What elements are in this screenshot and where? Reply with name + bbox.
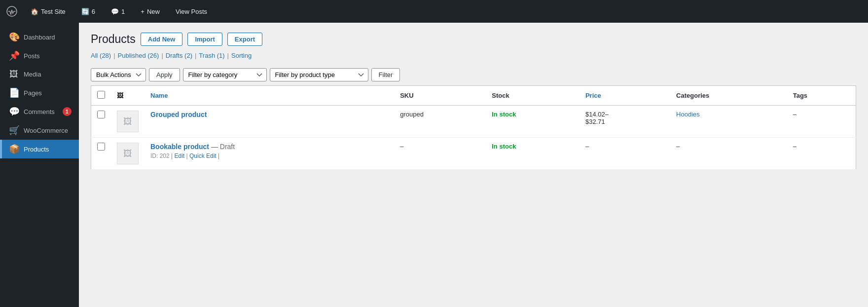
page-title: Products xyxy=(91,33,136,46)
price-column-header[interactable]: Price xyxy=(579,86,670,106)
media-icon: 🖼 xyxy=(9,69,19,79)
product-stock-cell: In stock xyxy=(486,138,579,170)
product-name-cell: Bookable product — Draft ID: 202 | Edit … xyxy=(145,138,394,170)
edit-link[interactable]: Edit xyxy=(175,153,185,159)
filter-tab-sorting[interactable]: Sorting xyxy=(231,52,252,59)
adminbar-comments[interactable]: 💬 1 xyxy=(107,0,129,23)
dashboard-icon: 🎨 xyxy=(9,32,19,42)
woocommerce-icon: 🛒 xyxy=(9,125,19,136)
products-icon: 📦 xyxy=(9,144,19,154)
filter-type-select[interactable]: Filter by product type xyxy=(270,68,368,81)
sidebar-item-comments[interactable]: 💬 Comments 1 xyxy=(0,102,79,121)
sidebar-item-posts[interactable]: 📌 Posts xyxy=(0,46,79,65)
toolbar: Bulk Actions Apply Filter by category Fi… xyxy=(91,64,856,85)
comments-sidebar-icon: 💬 xyxy=(9,106,19,117)
filter-tab-all[interactable]: All (28) xyxy=(91,52,111,59)
home-icon: 🏠 xyxy=(31,8,38,15)
product-stock-cell: In stock xyxy=(486,106,579,138)
stock-status: In stock xyxy=(492,111,516,118)
filter-category-select[interactable]: Filter by category xyxy=(183,68,267,81)
posts-icon: 📌 xyxy=(9,50,19,61)
sidebar-item-pages[interactable]: 📄 Pages xyxy=(0,83,79,102)
page-header: Products Add New Import Export xyxy=(91,33,856,46)
sidebar-item-dashboard[interactable]: 🎨 Dashboard xyxy=(0,28,79,46)
image-column-icon: 🖼 xyxy=(117,92,123,99)
stock-column-header: Stock xyxy=(486,86,579,106)
product-name-link[interactable]: Grouped product xyxy=(150,111,207,118)
filter-tab-trash[interactable]: Trash (1) xyxy=(199,52,224,59)
main-content: Products Add New Import Export All (28) … xyxy=(79,23,868,307)
table-row: 🖼 Bookable product — Draft ID: 202 | Edi… xyxy=(91,138,856,170)
product-categories-cell: Hoodies xyxy=(670,106,787,138)
product-price-cell: – xyxy=(579,138,670,170)
stock-status: In stock xyxy=(492,143,516,150)
product-tags-cell: – xyxy=(787,106,856,138)
add-new-button[interactable]: Add New xyxy=(141,33,183,46)
table-row: 🖼 Grouped product grouped In stock $14.0… xyxy=(91,106,856,138)
apply-button[interactable]: Apply xyxy=(149,68,180,81)
row-actions: ID: 202 | Edit | Quick Edit | xyxy=(150,153,388,159)
adminbar-new[interactable]: + New xyxy=(137,0,164,23)
product-sku-cell: grouped xyxy=(394,106,486,138)
products-table: 🖼 Name SKU Stock Price Catego xyxy=(91,85,856,170)
plus-icon: + xyxy=(141,8,145,15)
select-all-checkbox[interactable] xyxy=(97,91,105,99)
adminbar-updates[interactable]: 🔄 6 xyxy=(77,0,99,23)
draft-label: — Draft xyxy=(211,143,235,151)
product-thumb-cell: 🖼 xyxy=(111,106,145,138)
product-thumb-cell: 🖼 xyxy=(111,138,145,170)
filter-tabs: All (28) | Published (26) | Drafts (2) |… xyxy=(91,52,856,59)
wp-logo[interactable] xyxy=(5,4,19,18)
product-sku-cell: – xyxy=(394,138,486,170)
select-all-header xyxy=(91,86,111,106)
sku-column-header: SKU xyxy=(394,86,486,106)
export-button[interactable]: Export xyxy=(227,33,262,46)
thumb-header: 🖼 xyxy=(111,86,145,106)
product-name-link[interactable]: Bookable product — Draft xyxy=(150,143,235,151)
comments-icon: 💬 xyxy=(111,8,119,15)
product-categories-cell: – xyxy=(670,138,787,170)
row-checkbox-cell xyxy=(91,138,111,170)
sidebar-item-products[interactable]: 📦 Products xyxy=(0,140,79,158)
sidebar: 🎨 Dashboard 📌 Posts 🖼 Media 📄 Pages 💬 Co… xyxy=(0,23,79,307)
admin-bar: 🏠 Test Site 🔄 6 💬 1 + New View Posts xyxy=(0,0,868,23)
filter-tab-published[interactable]: Published (26) xyxy=(118,52,159,59)
product-name-cell: Grouped product xyxy=(145,106,394,138)
product-price-cell: $14.02–$32.71 xyxy=(579,106,670,138)
product-tags-cell: – xyxy=(787,138,856,170)
row-checkbox[interactable] xyxy=(97,143,105,151)
pages-icon: 📄 xyxy=(9,87,19,98)
product-price: $14.02–$32.71 xyxy=(585,111,609,125)
sidebar-item-woocommerce[interactable]: 🛒 WooCommerce xyxy=(0,121,79,140)
adminbar-view-posts[interactable]: View Posts xyxy=(172,0,211,23)
filter-tab-drafts[interactable]: Drafts (2) xyxy=(166,52,192,59)
name-column-header[interactable]: Name xyxy=(145,86,394,106)
row-checkbox[interactable] xyxy=(97,111,105,118)
categories-column-header: Categories xyxy=(670,86,787,106)
quick-edit-link[interactable]: Quick Edit xyxy=(189,153,217,159)
comments-badge: 1 xyxy=(63,107,72,116)
product-thumbnail: 🖼 xyxy=(117,111,139,132)
filter-button[interactable]: Filter xyxy=(371,68,400,81)
updates-icon: 🔄 xyxy=(81,8,89,15)
product-id: ID: 202 xyxy=(150,153,170,159)
product-thumbnail: 🖼 xyxy=(117,143,139,164)
import-button[interactable]: Import xyxy=(187,33,222,46)
adminbar-site[interactable]: 🏠 Test Site xyxy=(27,0,70,23)
tags-column-header: Tags xyxy=(787,86,856,106)
product-category-link[interactable]: Hoodies xyxy=(676,111,700,118)
bulk-actions-select[interactable]: Bulk Actions xyxy=(91,68,146,81)
sidebar-item-media[interactable]: 🖼 Media xyxy=(0,65,79,83)
row-checkbox-cell xyxy=(91,106,111,138)
